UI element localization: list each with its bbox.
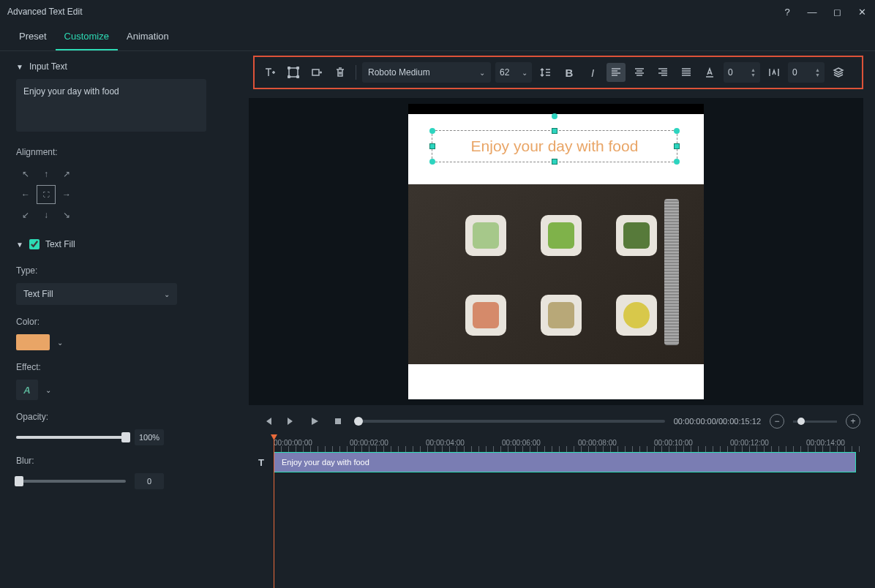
photo-element: [664, 199, 679, 345]
minimize-icon[interactable]: ―: [806, 7, 818, 18]
chevron-down-icon[interactable]: ⌄: [57, 339, 63, 347]
align-br[interactable]: ↘: [57, 206, 76, 225]
line-spacing-input[interactable]: 0 ▲▼: [788, 62, 825, 83]
alignment-label: Alignment:: [16, 147, 233, 157]
chevron-down-icon: ⌄: [479, 69, 485, 77]
opacity-value[interactable]: 100%: [135, 429, 164, 445]
tab-preset[interactable]: Preset: [10, 23, 56, 50]
color-swatch[interactable]: [16, 334, 50, 350]
caret-down-icon: ▼: [16, 63, 23, 71]
delete-icon[interactable]: [331, 63, 350, 82]
photo-element: [465, 295, 506, 336]
alignment-grid[interactable]: ↖↑↗ ←⛶→ ↙↓↘: [16, 165, 233, 225]
blur-value[interactable]: 0: [135, 473, 164, 489]
size-value: 62: [500, 67, 509, 78]
letter-spacing-value: 0: [728, 67, 733, 78]
spin-up-icon[interactable]: ▲: [751, 67, 756, 72]
letter-spacing-input[interactable]: 0 ▲▼: [724, 62, 760, 83]
blur-label: Blur:: [16, 456, 233, 466]
photo-element: [465, 215, 506, 256]
preview-text: Enjoy your day with food: [471, 137, 639, 155]
align-r[interactable]: →: [57, 185, 76, 204]
next-frame-button[interactable]: [284, 414, 298, 429]
zoom-out-button[interactable]: −: [770, 414, 784, 429]
maximize-icon[interactable]: ◻: [831, 7, 843, 18]
font-size-select[interactable]: 62 ⌄: [495, 62, 532, 83]
chevron-down-icon[interactable]: ⌄: [45, 386, 51, 394]
zoom-in-button[interactable]: +: [846, 414, 860, 429]
align-tr[interactable]: ↗: [57, 165, 76, 184]
timecode: 00:00:00:00/00:00:15:12: [674, 417, 761, 426]
spin-down-icon[interactable]: ▼: [815, 72, 820, 78]
text-toolbar: Roboto Medium ⌄ 62 ⌄ B I 0 ▲▼: [253, 56, 863, 89]
chevron-down-icon: ⌄: [522, 69, 527, 77]
line-height-icon[interactable]: [536, 63, 555, 82]
effect-button[interactable]: A: [16, 380, 38, 400]
input-text-field[interactable]: Enjoy your day with food: [16, 79, 206, 132]
transform-icon[interactable]: [284, 63, 303, 82]
type-value: Text Fill: [23, 289, 53, 299]
ruler-mark: 00:00:04:00: [426, 439, 465, 447]
play-button[interactable]: [307, 414, 322, 429]
timeline-body[interactable]: [249, 472, 860, 588]
svg-rect-0: [289, 68, 298, 77]
svg-point-4: [297, 76, 299, 78]
section-label: Input Text: [29, 61, 67, 72]
svg-rect-6: [335, 418, 341, 424]
tab-customize[interactable]: Customize: [56, 23, 118, 50]
preview-canvas[interactable]: Enjoy your day with food: [249, 98, 863, 405]
align-center-icon[interactable]: [630, 63, 649, 82]
ruler-mark: 00:00:12:00: [730, 439, 769, 447]
text-color-icon[interactable]: [700, 63, 719, 82]
svg-point-2: [297, 67, 299, 69]
opacity-slider[interactable]: [16, 436, 126, 439]
align-tl[interactable]: ↖: [16, 165, 35, 184]
align-justify-icon[interactable]: [677, 63, 696, 82]
char-spacing-icon[interactable]: [765, 63, 784, 82]
photo-element: [541, 295, 582, 336]
opacity-label: Opacity:: [16, 412, 233, 422]
progress-bar[interactable]: [354, 420, 665, 423]
section-text-fill[interactable]: ▼ Text Fill: [16, 239, 233, 249]
text-fill-checkbox[interactable]: [29, 239, 40, 249]
tab-animation[interactable]: Animation: [118, 23, 178, 50]
align-b[interactable]: ↓: [37, 206, 56, 225]
line-spacing-value: 0: [792, 67, 797, 78]
ruler-mark: 00:00:02:00: [350, 439, 388, 447]
prev-frame-button[interactable]: [260, 414, 275, 429]
text-track-icon: T: [249, 452, 274, 472]
bold-icon[interactable]: B: [560, 63, 579, 82]
section-input-text[interactable]: ▼ Input Text: [16, 61, 233, 72]
font-value: Roboto Medium: [368, 67, 430, 78]
text-object[interactable]: Enjoy your day with food: [432, 130, 677, 162]
photo-element: [541, 215, 582, 256]
timeline-ruler[interactable]: 00:00:00:0000:00:02:0000:00:04:0000:00:0…: [274, 436, 860, 452]
align-bl[interactable]: ↙: [16, 206, 35, 225]
align-left-icon[interactable]: [607, 63, 626, 82]
spin-up-icon[interactable]: ▲: [815, 67, 820, 72]
align-c[interactable]: ⛶: [37, 185, 56, 204]
spin-down-icon[interactable]: ▼: [751, 72, 756, 78]
blur-slider[interactable]: [16, 480, 126, 483]
italic-icon[interactable]: I: [583, 63, 602, 82]
font-select[interactable]: Roboto Medium ⌄: [362, 62, 491, 83]
close-icon[interactable]: ✕: [856, 7, 868, 18]
add-shape-icon[interactable]: [307, 63, 326, 82]
layers-icon[interactable]: [829, 63, 848, 82]
align-l[interactable]: ←: [16, 185, 35, 204]
stop-button[interactable]: [331, 414, 345, 429]
section-label: Text Fill: [45, 239, 75, 249]
type-label: Type:: [16, 265, 233, 276]
chevron-down-icon: ⌄: [164, 290, 170, 298]
color-label: Color:: [16, 317, 233, 327]
align-t[interactable]: ↑: [37, 165, 56, 184]
svg-point-1: [288, 67, 290, 69]
type-select[interactable]: Text Fill ⌄: [16, 283, 177, 305]
add-text-icon[interactable]: [260, 63, 279, 82]
timeline-clip[interactable]: Enjoy your day with food: [274, 452, 856, 472]
playhead[interactable]: [274, 436, 274, 588]
align-right-icon[interactable]: [653, 63, 672, 82]
photo-element: [616, 215, 657, 256]
ruler-mark: 00:00:06:00: [502, 439, 541, 447]
help-icon[interactable]: ?: [781, 7, 793, 18]
